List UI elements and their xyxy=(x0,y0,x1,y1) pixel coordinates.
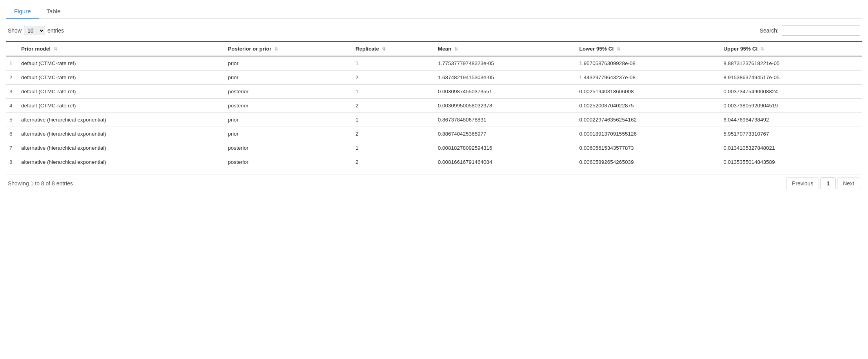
showing-text: Showing 1 to 8 of 8 entries xyxy=(8,180,73,187)
tab-table[interactable]: Table xyxy=(39,4,69,19)
cell-posterior-or-prior: prior xyxy=(225,71,352,85)
cell-mean: 0.00818278092594316 xyxy=(435,141,576,155)
cell-mean: 0.867378480678831 xyxy=(435,113,576,127)
cell-mean: 0.886740425365977 xyxy=(435,127,576,141)
cell-index: 3 xyxy=(6,85,18,99)
sort-icon-mean: ⇅ xyxy=(454,47,458,52)
controls-row: Show 10 25 50 100 entries Search: xyxy=(6,25,862,36)
cell-posterior-or-prior: prior xyxy=(225,113,352,127)
cell-index: 5 xyxy=(6,113,18,127)
cell-mean: 0.00309874550373551 xyxy=(435,85,576,99)
cell-lower-ci: 0.00252008704022875 xyxy=(576,99,721,113)
cell-mean: 0.00816616791464084 xyxy=(435,155,576,169)
cell-upper-ci: 8.91538637494517e-05 xyxy=(720,71,862,85)
cell-replicate: 2 xyxy=(352,99,435,113)
sort-icon-posterior: ⇅ xyxy=(274,47,278,52)
cell-index: 8 xyxy=(6,155,18,169)
col-mean[interactable]: Mean ⇅ xyxy=(435,42,576,56)
table-row: 2 default (CTMC-rate ref) prior 2 1.6874… xyxy=(6,71,862,85)
cell-prior-model: alternative (hierarchical exponential) xyxy=(18,141,225,155)
cell-mean: 1.77537779748323e-05 xyxy=(435,56,576,71)
cell-index: 7 xyxy=(6,141,18,155)
table-row: 5 alternative (hierarchical exponential)… xyxy=(6,113,862,127)
col-prior-model[interactable]: Prior model ⇅ xyxy=(18,42,225,56)
cell-lower-ci: 0.00251940318606008 xyxy=(576,85,721,99)
table-row: 3 default (CTMC-rate ref) posterior 1 0.… xyxy=(6,85,862,99)
cell-lower-ci: 0.00605615343577873 xyxy=(576,141,721,155)
cell-posterior-or-prior: prior xyxy=(225,127,352,141)
sort-icon-prior-model: ⇅ xyxy=(54,47,57,52)
cell-lower-ci: 0.000189137091555126 xyxy=(576,127,721,141)
cell-upper-ci: 5.95170773310767 xyxy=(720,127,862,141)
cell-upper-ci: 8.88731237618221e-05 xyxy=(720,56,862,71)
sort-icon-lower-ci: ⇅ xyxy=(617,47,620,52)
cell-replicate: 1 xyxy=(352,141,435,155)
data-table: Prior model ⇅ Posterior or prior ⇅ Repli… xyxy=(6,41,862,169)
col-upper-ci[interactable]: Upper 95% CI ⇅ xyxy=(720,42,862,56)
entries-label: entries xyxy=(47,27,64,34)
col-posterior-or-prior[interactable]: Posterior or prior ⇅ xyxy=(225,42,352,56)
cell-replicate: 2 xyxy=(352,127,435,141)
search-box: Search: xyxy=(760,25,860,36)
table-row: 7 alternative (hierarchical exponential)… xyxy=(6,141,862,155)
cell-replicate: 1 xyxy=(352,85,435,99)
cell-lower-ci: 0.00605892654265039 xyxy=(576,155,721,169)
cell-upper-ci: 0.0135355014843589 xyxy=(720,155,862,169)
table-footer: Showing 1 to 8 of 8 entries Previous 1 N… xyxy=(6,174,862,192)
cell-prior-model: alternative (hierarchical exponential) xyxy=(18,113,225,127)
show-entries-control: Show 10 25 50 100 entries xyxy=(8,26,64,35)
cell-lower-ci: 1.44329779643237e-08 xyxy=(576,71,721,85)
col-replicate[interactable]: Replicate ⇅ xyxy=(352,42,435,56)
col-index xyxy=(6,42,18,56)
cell-replicate: 1 xyxy=(352,56,435,71)
page-1-button[interactable]: 1 xyxy=(821,178,835,189)
cell-prior-model: default (CTMC-rate ref) xyxy=(18,56,225,71)
cell-upper-ci: 0.00373805920904519 xyxy=(720,99,862,113)
cell-prior-model: default (CTMC-rate ref) xyxy=(18,99,225,113)
cell-posterior-or-prior: posterior xyxy=(225,85,352,99)
table-header-row: Prior model ⇅ Posterior or prior ⇅ Repli… xyxy=(6,42,862,56)
cell-posterior-or-prior: posterior xyxy=(225,99,352,113)
table-row: 8 alternative (hierarchical exponential)… xyxy=(6,155,862,169)
search-input[interactable] xyxy=(782,25,860,36)
cell-prior-model: alternative (hierarchical exponential) xyxy=(18,127,225,141)
cell-replicate: 2 xyxy=(352,155,435,169)
cell-posterior-or-prior: posterior xyxy=(225,155,352,169)
cell-index: 4 xyxy=(6,99,18,113)
cell-upper-ci: 6.04476984738492 xyxy=(720,113,862,127)
cell-prior-model: default (CTMC-rate ref) xyxy=(18,85,225,99)
cell-prior-model: alternative (hierarchical exponential) xyxy=(18,155,225,169)
col-lower-ci[interactable]: Lower 95% CI ⇅ xyxy=(576,42,721,56)
cell-prior-model: default (CTMC-rate ref) xyxy=(18,71,225,85)
cell-replicate: 1 xyxy=(352,113,435,127)
cell-posterior-or-prior: prior xyxy=(225,56,352,71)
cell-upper-ci: 0.00373475490008824 xyxy=(720,85,862,99)
cell-posterior-or-prior: posterior xyxy=(225,141,352,155)
next-button[interactable]: Next xyxy=(837,178,860,189)
tab-figure[interactable]: Figure xyxy=(6,4,39,19)
previous-button[interactable]: Previous xyxy=(786,178,819,189)
cell-lower-ci: 1.95705876309928e-08 xyxy=(576,56,721,71)
cell-upper-ci: 0.0134105327848021 xyxy=(720,141,862,155)
cell-index: 6 xyxy=(6,127,18,141)
entries-select[interactable]: 10 25 50 100 xyxy=(24,26,45,35)
cell-mean: 0.00309950058032378 xyxy=(435,99,576,113)
cell-replicate: 2 xyxy=(352,71,435,85)
table-row: 4 default (CTMC-rate ref) posterior 2 0.… xyxy=(6,99,862,113)
search-label: Search: xyxy=(760,27,779,34)
pagination-controls: Previous 1 Next xyxy=(786,178,860,189)
cell-mean: 1.68748219415303e-05 xyxy=(435,71,576,85)
table-row: 6 alternative (hierarchical exponential)… xyxy=(6,127,862,141)
sort-icon-replicate: ⇅ xyxy=(382,47,385,52)
tab-bar: Figure Table xyxy=(6,4,862,19)
table-row: 1 default (CTMC-rate ref) prior 1 1.7753… xyxy=(6,56,862,71)
show-label: Show xyxy=(8,27,22,34)
cell-index: 1 xyxy=(6,56,18,71)
sort-icon-upper-ci: ⇅ xyxy=(761,47,764,52)
cell-lower-ci: 0.000229746356254162 xyxy=(576,113,721,127)
cell-index: 2 xyxy=(6,71,18,85)
